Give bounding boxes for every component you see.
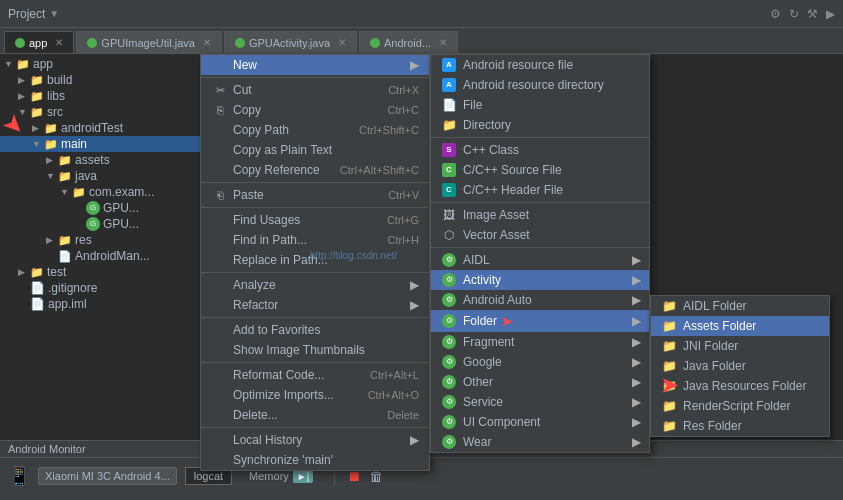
menu-item-find-usages[interactable]: Find Usages Ctrl+G	[201, 210, 429, 230]
folder-item-res[interactable]: 📁 Res Folder	[651, 416, 829, 436]
submenu-file[interactable]: 📄 File	[431, 95, 649, 115]
folder-item-java[interactable]: 📁 Java Folder	[651, 356, 829, 376]
folder-submenu-icon: ⚙	[439, 314, 459, 328]
submenu-label-file: File	[463, 98, 482, 112]
build-icon[interactable]: ⚒	[807, 7, 818, 21]
menu-item-analyze[interactable]: Analyze ▶	[201, 275, 429, 295]
tree-item-res[interactable]: ▶ 📁 res	[0, 232, 209, 248]
run-icon[interactable]: ▶	[826, 7, 835, 21]
menu-item-replace-path[interactable]: Replace in Path...	[201, 250, 429, 270]
submenu-vector-asset[interactable]: ⬡ Vector Asset	[431, 225, 649, 245]
menu-item-thumbnails[interactable]: Show Image Thumbnails	[201, 340, 429, 360]
submenu-label-cpp-header: C/C++ Header File	[463, 183, 563, 197]
res-folder-icon: 📁	[659, 419, 679, 433]
submenu-service[interactable]: ⚙ Service ▶	[431, 392, 649, 412]
jni-folder-icon: 📁	[659, 339, 679, 353]
submenu-cpp-source[interactable]: C C/C++ Source File	[431, 160, 649, 180]
submenu-aidl[interactable]: ⚙ AIDL ▶	[431, 250, 649, 270]
submenu-directory[interactable]: 📁 Directory	[431, 115, 649, 135]
analyze-arrow: ▶	[410, 278, 419, 292]
submenu-label-activity: Activity	[463, 273, 501, 287]
folder-item-renderscript[interactable]: 📁 RenderScript Folder	[651, 396, 829, 416]
tree-item-gitignore[interactable]: ▶ 📄 .gitignore	[0, 280, 209, 296]
tab-gpu-act-close[interactable]: ✕	[338, 37, 346, 48]
folder-item-java-resources[interactable]: 📁 Java Resources Folder	[651, 376, 829, 396]
tree-item-test[interactable]: ▶ 📁 test	[0, 264, 209, 280]
tree-item-main[interactable]: ▼ 📁 main	[0, 136, 209, 152]
tab-app[interactable]: app ✕	[4, 31, 74, 53]
submenu-android-resource-dir[interactable]: A Android resource directory	[431, 75, 649, 95]
menu-item-cut[interactable]: ✂ Cut Ctrl+X	[201, 80, 429, 100]
tab-gpu-util-label: GPUImageUtil.java	[101, 37, 195, 49]
find-path-shortcut: Ctrl+H	[388, 234, 419, 246]
submenu-fragment[interactable]: ⚙ Fragment ▶	[431, 332, 649, 352]
tab-gpu-act-label: GPUActivity.java	[249, 37, 330, 49]
submenu-other[interactable]: ⚙ Other ▶	[431, 372, 649, 392]
submenu-cpp-class[interactable]: S C++ Class	[431, 140, 649, 160]
tree-item-androidtest[interactable]: ▶ 📁 androidTest	[0, 120, 209, 136]
context-menu: New ▶ ✂ Cut Ctrl+X ⎘ Copy Ctrl+C Copy Pa…	[200, 54, 430, 471]
tab-gpu-activity[interactable]: GPUActivity.java ✕	[224, 31, 357, 53]
sync-icon[interactable]: ↻	[789, 7, 799, 21]
tree-item-build[interactable]: ▶ 📁 build	[0, 72, 209, 88]
menu-item-local-history[interactable]: Local History ▶	[201, 430, 429, 450]
menu-item-copy-path[interactable]: Copy Path Ctrl+Shift+C	[201, 120, 429, 140]
submenu-wear[interactable]: ⚙ Wear ▶	[431, 432, 649, 452]
separator-3	[201, 207, 429, 208]
folder-label-java-resources: Java Resources Folder	[683, 379, 806, 393]
copy-path-shortcut: Ctrl+Shift+C	[359, 124, 419, 136]
submenu-android-resource-file[interactable]: A Android resource file	[431, 55, 649, 75]
settings-icon[interactable]: ⚙	[770, 7, 781, 21]
tab-gpu-image-util[interactable]: GPUImageUtil.java ✕	[76, 31, 222, 53]
tab-gpu-util-close[interactable]: ✕	[203, 37, 211, 48]
folder-item-jni[interactable]: 📁 JNI Folder	[651, 336, 829, 356]
folder-item-aidl[interactable]: 📁 AIDL Folder	[651, 296, 829, 316]
activity-arrow: ▶	[632, 273, 641, 287]
tree-item-com[interactable]: ▼ 📁 com.exam...	[0, 184, 209, 200]
menu-item-refactor[interactable]: Refactor ▶	[201, 295, 429, 315]
tree-item-assets[interactable]: ▶ 📁 assets	[0, 152, 209, 168]
tree-label-res: res	[75, 233, 92, 247]
submenu-activity[interactable]: ⚙ Activity ▶	[431, 270, 649, 290]
submenu-label-folder: Folder	[463, 314, 497, 328]
separator-5	[201, 317, 429, 318]
tree-item-libs[interactable]: ▶ 📁 libs	[0, 88, 209, 104]
tree-item-java[interactable]: ▼ 📁 java	[0, 168, 209, 184]
menu-item-find-path[interactable]: Find in Path... Ctrl+H	[201, 230, 429, 250]
submenu-android-auto[interactable]: ⚙ Android Auto ▶	[431, 290, 649, 310]
memory-badge[interactable]: ►|	[293, 470, 314, 483]
tree-item-gpu2[interactable]: ▶ G GPU...	[0, 216, 209, 232]
tab-android-close[interactable]: ✕	[439, 37, 447, 48]
menu-item-copy[interactable]: ⎘ Copy Ctrl+C	[201, 100, 429, 120]
tree-item-src[interactable]: ▼ 📁 src	[0, 104, 209, 120]
menu-item-favorites[interactable]: Add to Favorites	[201, 320, 429, 340]
assets-folder-icon: 📁	[659, 319, 679, 333]
submenu-image-asset[interactable]: 🖼 Image Asset	[431, 205, 649, 225]
menu-item-copy-plain[interactable]: Copy as Plain Text	[201, 140, 429, 160]
menu-item-new[interactable]: New ▶	[201, 55, 429, 75]
submenu-folder[interactable]: ⚙ Folder ➤ ▶	[431, 310, 649, 332]
tree-item-app[interactable]: ▼ 📁 app	[0, 56, 209, 72]
dropdown-arrow[interactable]: ▼	[49, 8, 59, 19]
tree-item-gpu1[interactable]: ▶ G GPU...	[0, 200, 209, 216]
menu-item-sync[interactable]: Synchronize 'main'	[201, 450, 429, 470]
submenu-ui-component[interactable]: ⚙ UI Component ▶	[431, 412, 649, 432]
submenu-label-vector-asset: Vector Asset	[463, 228, 530, 242]
find-usages-shortcut: Ctrl+G	[387, 214, 419, 226]
tab-app-close[interactable]: ✕	[55, 37, 63, 48]
menu-item-paste[interactable]: ⎗ Paste Ctrl+V	[201, 185, 429, 205]
submenu-cpp-header[interactable]: C C/C++ Header File	[431, 180, 649, 200]
tree-item-appiml[interactable]: ▶ 📄 app.iml	[0, 296, 209, 312]
paste-icon: ⎗	[211, 189, 229, 201]
device-badge[interactable]: Xiaomi MI 3C Android 4...	[38, 467, 177, 485]
android-monitor-title: Android Monitor	[8, 443, 86, 455]
tab-android[interactable]: Android... ✕	[359, 31, 458, 53]
menu-item-optimize[interactable]: Optimize Imports... Ctrl+Alt+O	[201, 385, 429, 405]
tree-item-androidman[interactable]: ▶ 📄 AndroidMan...	[0, 248, 209, 264]
menu-label-analyze: Analyze	[233, 278, 410, 292]
submenu-google[interactable]: ⚙ Google ▶	[431, 352, 649, 372]
folder-item-assets[interactable]: 📁 Assets Folder	[651, 316, 829, 336]
menu-item-reformat[interactable]: Reformat Code... Ctrl+Alt+L	[201, 365, 429, 385]
menu-item-copy-ref[interactable]: Copy Reference Ctrl+Alt+Shift+C	[201, 160, 429, 180]
menu-item-delete[interactable]: Delete... Delete	[201, 405, 429, 425]
